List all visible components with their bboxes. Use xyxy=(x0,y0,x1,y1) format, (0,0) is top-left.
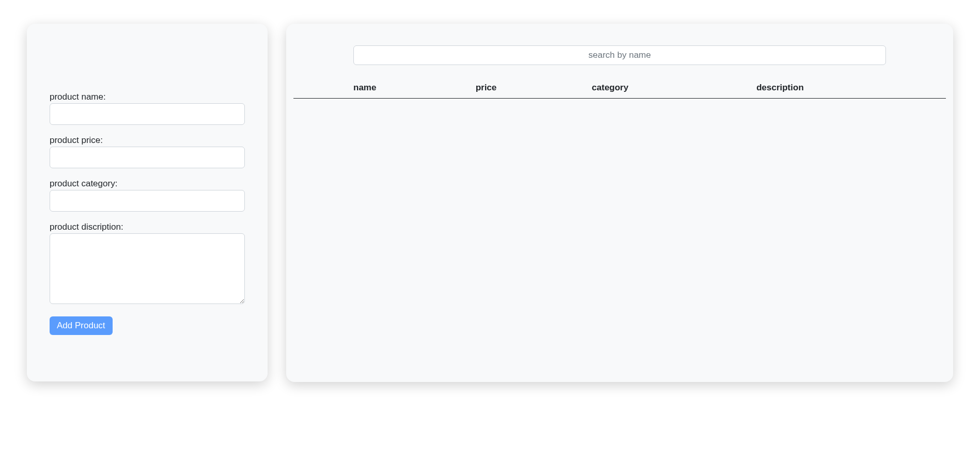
product-list-card: name price category description xyxy=(286,24,953,382)
form-group-description: product discription: xyxy=(50,222,245,306)
product-price-input[interactable] xyxy=(50,147,245,168)
form-group-name: product name: xyxy=(50,92,245,125)
form-group-category: product category: xyxy=(50,179,245,212)
header-blank xyxy=(293,77,345,99)
header-category: category xyxy=(584,77,749,99)
header-name: name xyxy=(345,77,468,99)
product-name-label: product name: xyxy=(50,92,245,102)
product-category-label: product category: xyxy=(50,179,245,189)
product-description-label: product discription: xyxy=(50,222,245,232)
table-header-row: name price category description xyxy=(293,77,946,99)
product-category-input[interactable] xyxy=(50,190,245,212)
add-product-form-card: product name: product price: product cat… xyxy=(27,24,268,381)
search-container xyxy=(293,45,946,77)
form-group-price: product price: xyxy=(50,135,245,168)
add-product-button[interactable]: Add Product xyxy=(50,316,113,335)
header-price: price xyxy=(468,77,584,99)
search-input[interactable] xyxy=(353,45,886,65)
product-description-textarea[interactable] xyxy=(50,233,245,304)
product-price-label: product price: xyxy=(50,135,245,146)
header-description: description xyxy=(748,77,946,99)
product-name-input[interactable] xyxy=(50,103,245,125)
add-product-form: product name: product price: product cat… xyxy=(50,92,245,335)
product-table: name price category description xyxy=(293,77,946,99)
